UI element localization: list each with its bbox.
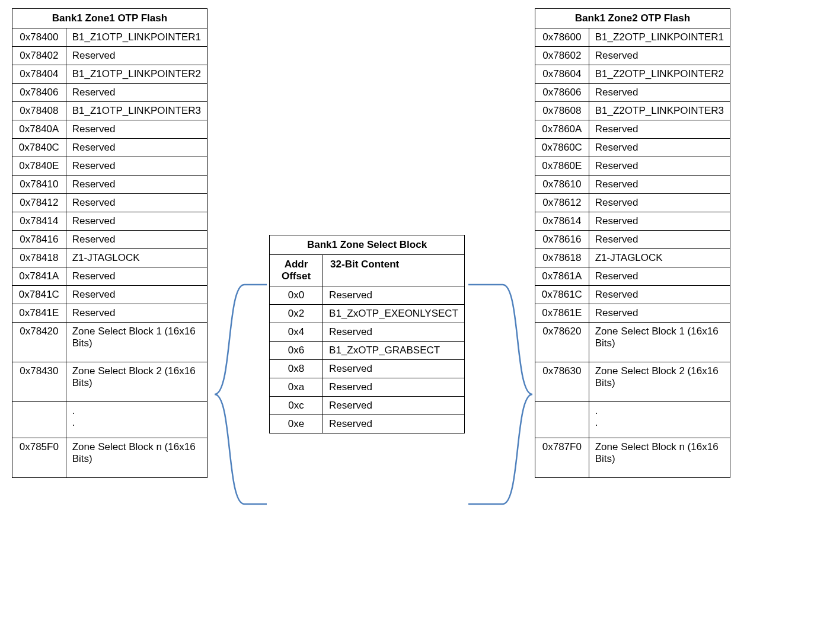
- table-row: 0x8Reserved: [270, 360, 465, 378]
- table-row: 0x7840AReserved: [12, 120, 208, 139]
- left-row-desc: Reserved: [66, 84, 207, 102]
- left-row-addr: 0x78412: [12, 194, 66, 212]
- table-row: 0x78410Reserved: [12, 176, 208, 194]
- center-row-addr: 0x0: [270, 286, 323, 305]
- table-row: 0x7861CReserved: [535, 286, 730, 304]
- table-row: 0x7841CReserved: [12, 286, 208, 304]
- right-row-desc: B1_Z2OTP_LINKPOINTER1: [589, 28, 730, 47]
- left-row-desc: Reserved: [66, 304, 207, 323]
- table-row: 0x78616Reserved: [535, 231, 730, 249]
- table-row: 0x78414Reserved: [12, 212, 208, 231]
- table-row: 0x78618Z1-JTAGLOCK: [535, 249, 730, 267]
- table-row: 0xcReserved: [270, 397, 465, 415]
- right-row-addr: 0x7861E: [535, 304, 589, 323]
- table-row: 0x78408B1_Z1OTP_LINKPOINTER3: [12, 102, 208, 120]
- right-row-addr: 0x7861A: [535, 267, 589, 286]
- left-row-desc: Zone Select Block n (16x16 Bits): [66, 438, 207, 478]
- right-body: 0x78600B1_Z2OTP_LINKPOINTER10x78602Reser…: [535, 28, 730, 478]
- left-row-desc: Reserved: [66, 47, 207, 65]
- center-row-desc: B1_ZxOTP_EXEONLYSECT: [323, 305, 465, 323]
- right-row-desc: B1_Z2OTP_LINKPOINTER2: [589, 65, 730, 84]
- table-row: 0xeReserved: [270, 415, 465, 433]
- left-row-addr: 0x785F0: [12, 438, 66, 478]
- right-row-desc: Reserved: [589, 231, 730, 249]
- table-row: 0x7841AReserved: [12, 267, 208, 286]
- left-row-addr: 0x78410: [12, 176, 66, 194]
- table-row: 0x7861EReserved: [535, 304, 730, 323]
- left-title: Bank1 Zone1 OTP Flash: [12, 9, 208, 28]
- right-row-desc: Reserved: [589, 286, 730, 304]
- table-row: . .: [535, 402, 730, 438]
- right-row-addr: 0x78608: [535, 102, 589, 120]
- left-row-addr: 0x78420: [12, 323, 66, 362]
- right-row-desc: Zone Select Block 1 (16x16 Bits): [589, 323, 730, 362]
- left-row-addr: [12, 402, 66, 438]
- table-row: 0x7860AReserved: [535, 120, 730, 139]
- right-row-desc: Reserved: [589, 194, 730, 212]
- right-row-addr: 0x78612: [535, 194, 589, 212]
- table-row: 0x7840CReserved: [12, 139, 208, 157]
- table-row: 0x78406Reserved: [12, 84, 208, 102]
- right-row-addr: 0x78620: [535, 323, 589, 362]
- center-row-addr: 0x8: [270, 360, 323, 378]
- left-row-desc: Reserved: [66, 157, 207, 176]
- left-row-addr: 0x78418: [12, 249, 66, 267]
- table-row: 0x7861AReserved: [535, 267, 730, 286]
- right-row-addr: 0x78606: [535, 84, 589, 102]
- right-row-desc: Z1-JTAGLOCK: [589, 249, 730, 267]
- table-row: 0x78400B1_Z1OTP_LINKPOINTER1: [12, 28, 208, 47]
- left-row-addr: 0x7840E: [12, 157, 66, 176]
- center-row-desc: Reserved: [323, 397, 465, 415]
- right-row-desc: Reserved: [589, 157, 730, 176]
- table-row: 0x78418Z1-JTAGLOCK: [12, 249, 208, 267]
- right-row-desc: Reserved: [589, 212, 730, 231]
- left-row-desc: . .: [66, 402, 207, 438]
- center-row-desc: Reserved: [323, 323, 465, 342]
- left-row-addr: 0x7841A: [12, 267, 66, 286]
- right-row-desc: Reserved: [589, 120, 730, 139]
- right-row-addr: 0x78604: [535, 65, 589, 84]
- table-row: 0x78608B1_Z2OTP_LINKPOINTER3: [535, 102, 730, 120]
- left-row-desc: Reserved: [66, 194, 207, 212]
- table-row: 0x78630Zone Select Block 2 (16x16 Bits): [535, 362, 730, 402]
- right-row-desc: Reserved: [589, 139, 730, 157]
- center-row-addr: 0x4: [270, 323, 323, 342]
- left-brace-icon: [215, 279, 268, 516]
- bank1-zone-select-block-table: Bank1 Zone Select Block Addr Offset 32-B…: [269, 235, 465, 433]
- right-row-desc: Reserved: [589, 304, 730, 323]
- table-row: 0x78430Zone Select Block 2 (16x16 Bits): [12, 362, 208, 402]
- left-row-desc: Zone Select Block 1 (16x16 Bits): [66, 323, 207, 362]
- table-row: 0x7841EReserved: [12, 304, 208, 323]
- left-row-addr: 0x78406: [12, 84, 66, 102]
- right-row-desc: Zone Select Block n (16x16 Bits): [589, 438, 730, 478]
- right-row-addr: 0x7860E: [535, 157, 589, 176]
- left-row-desc: Reserved: [66, 286, 207, 304]
- right-row-desc: B1_Z2OTP_LINKPOINTER3: [589, 102, 730, 120]
- right-row-addr: 0x78600: [535, 28, 589, 47]
- right-row-addr: [535, 402, 589, 438]
- center-row-addr: 0xa: [270, 378, 323, 397]
- left-row-desc: B1_Z1OTP_LINKPOINTER3: [66, 102, 207, 120]
- right-row-addr: 0x7860A: [535, 120, 589, 139]
- right-row-addr: 0x78630: [535, 362, 589, 402]
- left-row-addr: 0x7840A: [12, 120, 66, 139]
- right-row-desc: Reserved: [589, 84, 730, 102]
- table-row: 0x0Reserved: [270, 286, 465, 305]
- left-row-desc: Z1-JTAGLOCK: [66, 249, 207, 267]
- center-row-desc: Reserved: [323, 360, 465, 378]
- table-row: 0x787F0Zone Select Block n (16x16 Bits): [535, 438, 730, 478]
- left-row-desc: Reserved: [66, 120, 207, 139]
- table-row: 0x78614Reserved: [535, 212, 730, 231]
- table-row: 0x78412Reserved: [12, 194, 208, 212]
- left-row-addr: 0x78408: [12, 102, 66, 120]
- center-title: Bank1 Zone Select Block: [270, 235, 465, 255]
- table-row: 0x78602Reserved: [535, 47, 730, 65]
- center-h1: Addr Offset: [270, 255, 323, 286]
- table-row: 0x78610Reserved: [535, 176, 730, 194]
- bank1-zone1-otp-flash-table: Bank1 Zone1 OTP Flash 0x78400B1_Z1OTP_LI…: [12, 8, 208, 478]
- right-row-addr: 0x78618: [535, 249, 589, 267]
- table-row: 0x78600B1_Z2OTP_LINKPOINTER1: [535, 28, 730, 47]
- left-row-desc: B1_Z1OTP_LINKPOINTER1: [66, 28, 207, 47]
- left-row-desc: Zone Select Block 2 (16x16 Bits): [66, 362, 207, 402]
- right-row-addr: 0x78616: [535, 231, 589, 249]
